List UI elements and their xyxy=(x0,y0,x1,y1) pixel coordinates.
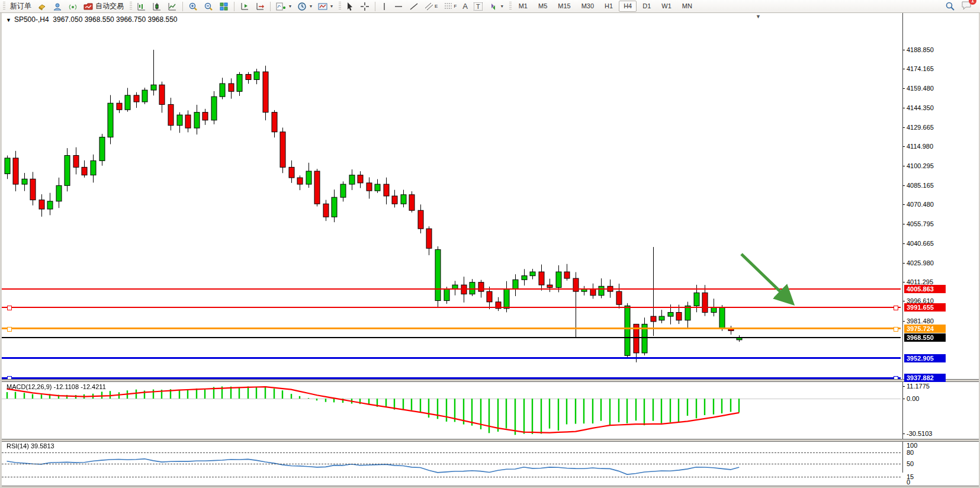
rsi-tick-label: 80 xyxy=(907,449,914,456)
chart-shift-marker[interactable]: ▼ xyxy=(756,14,761,20)
price-tick-label: 4188.850 xyxy=(907,46,934,53)
trendline-tool-button[interactable] xyxy=(406,1,422,12)
line-chart-mode-button[interactable] xyxy=(165,1,180,12)
timeframe-button-h1[interactable]: H1 xyxy=(600,1,618,12)
symbol-period-label: SP500-,H4 xyxy=(14,15,49,24)
price-tick-label: 4040.665 xyxy=(907,240,934,247)
chevron-down-icon: ▾ xyxy=(330,4,333,9)
price-line-badge: 3968.550 xyxy=(904,333,946,342)
chart-shift-icon xyxy=(255,2,265,11)
channel-letter: E xyxy=(435,4,438,9)
macd-indicator-canvas[interactable] xyxy=(2,381,901,439)
price-tick-label: 4025.980 xyxy=(907,259,934,267)
notification-badge: 1 xyxy=(969,0,976,5)
price-tick-label: 4055.795 xyxy=(907,220,934,227)
price-line-4005.863[interactable] xyxy=(2,288,901,290)
pane-separator-macd[interactable] xyxy=(2,379,979,382)
price-line-3991.655[interactable] xyxy=(2,307,901,308)
vertical-line-tool-button[interactable] xyxy=(378,1,391,12)
cursor-tool-button[interactable] xyxy=(343,1,357,12)
candlestick-icon xyxy=(152,2,162,11)
line-handle[interactable] xyxy=(7,306,12,310)
chevron-down-icon: ▾ xyxy=(310,4,312,9)
text-tool-button[interactable]: A xyxy=(460,1,471,12)
timeframe-button-m5[interactable]: M5 xyxy=(534,1,552,12)
terminal-window: 新订单 自动交易 xyxy=(0,0,980,488)
timeframe-button-mn[interactable]: MN xyxy=(677,1,697,12)
price-line-badge: 4005.863 xyxy=(904,285,946,293)
price-tick-label: 4144.350 xyxy=(907,104,934,111)
timeframe-button-d1[interactable]: D1 xyxy=(638,1,656,12)
horizontal-line-tool-button[interactable] xyxy=(391,1,406,12)
main-toolbar: 新订单 自动交易 xyxy=(0,0,980,13)
macd-tick-label: 11.1775 xyxy=(907,383,930,390)
price-line-badge: 3937.882 xyxy=(904,374,946,382)
collapse-icon[interactable]: ▼ xyxy=(6,17,11,23)
timeframe-toolbar: M1M5M15M30H1H4D1W1MN xyxy=(513,1,698,12)
toolbar-grip xyxy=(509,2,512,11)
chart-shift-button[interactable] xyxy=(252,1,268,12)
shapes-icon xyxy=(489,2,498,11)
timeframe-button-h4[interactable]: H4 xyxy=(619,1,637,12)
indicators-button[interactable]: ▾ xyxy=(273,1,294,12)
price-line-3952.905[interactable] xyxy=(2,357,901,359)
text-label-tool-button[interactable]: T xyxy=(471,1,486,12)
price-line-badge: 3975.724 xyxy=(904,325,946,333)
candlestick-mode-button[interactable] xyxy=(149,1,165,12)
chart-title: ▼SP500-,H4 3967.050 3968.550 3966.750 39… xyxy=(6,15,178,24)
timeframe-button-m30[interactable]: M30 xyxy=(577,1,599,12)
templates-button[interactable]: ▾ xyxy=(315,1,336,12)
price-line-badge: 3991.655 xyxy=(904,303,946,312)
price-line-3975.724[interactable] xyxy=(2,328,901,329)
price-tick-label: 4070.480 xyxy=(907,201,934,208)
zoom-out-button[interactable] xyxy=(201,1,216,12)
crosshair-icon xyxy=(360,2,369,11)
profile-button[interactable] xyxy=(50,1,65,12)
rsi-tick-label: 0 xyxy=(907,479,910,486)
timeframe-button-m1[interactable]: M1 xyxy=(514,1,532,12)
new-order-button[interactable]: 新订单 xyxy=(7,1,34,12)
price-tick-label: 4114.980 xyxy=(907,143,933,150)
tile-windows-icon xyxy=(219,2,229,11)
equidistant-channel-tool-button[interactable]: E xyxy=(422,1,441,12)
fibonacci-tool-button[interactable]: F xyxy=(441,1,460,12)
macd-tick-label: 0.00 xyxy=(907,395,919,402)
price-line-3968.550[interactable] xyxy=(2,337,901,338)
zoom-in-button[interactable] xyxy=(185,1,201,12)
toolbar-right-group: 1 xyxy=(945,1,980,12)
toolbar-grip xyxy=(339,2,341,11)
periods-icon xyxy=(297,2,307,11)
bar-chart-mode-button[interactable] xyxy=(134,1,149,12)
line-handle[interactable] xyxy=(894,327,898,332)
history-button[interactable] xyxy=(34,1,50,12)
line-chart-icon xyxy=(168,2,177,11)
timeframe-button-w1[interactable]: W1 xyxy=(657,1,676,12)
chevron-down-icon: ▾ xyxy=(501,4,503,9)
tile-windows-button[interactable] xyxy=(216,1,232,12)
crosshair-tool-button[interactable] xyxy=(357,1,372,12)
line-handle[interactable] xyxy=(7,327,12,332)
line-handle[interactable] xyxy=(894,306,898,310)
rsi-level-15 xyxy=(2,477,901,477)
signal-icon xyxy=(68,2,78,11)
periods-button[interactable]: ▾ xyxy=(294,1,315,12)
notifications-button[interactable]: 1 xyxy=(961,1,972,12)
channel-icon xyxy=(425,2,434,11)
price-chart-canvas[interactable] xyxy=(2,26,901,379)
auto-scroll-button[interactable] xyxy=(237,1,252,12)
fibonacci-icon xyxy=(444,2,453,11)
signal-button[interactable] xyxy=(65,1,81,12)
search-icon[interactable] xyxy=(945,1,955,11)
vline-icon xyxy=(381,2,388,11)
auto-trading-label: 自动交易 xyxy=(95,1,124,11)
rsi-tick-label: 100 xyxy=(907,442,917,449)
auto-trading-button[interactable]: 自动交易 xyxy=(81,1,127,12)
pane-separator-rsi[interactable] xyxy=(2,439,979,442)
timeframe-button-m15[interactable]: M15 xyxy=(553,1,575,12)
autotrade-icon xyxy=(83,2,93,11)
chart-window: ▼SP500-,H4 3967.050 3968.550 3966.750 39… xyxy=(0,13,980,488)
text-label-icon: T xyxy=(474,2,483,11)
price-tick-label: 4129.665 xyxy=(907,124,934,131)
zoom-in-icon xyxy=(188,2,198,11)
shapes-tool-button[interactable]: ▾ xyxy=(486,1,506,12)
